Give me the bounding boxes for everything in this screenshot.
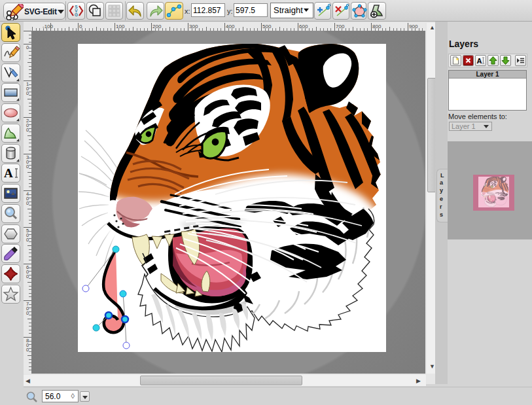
svg-text:A: A — [477, 57, 482, 65]
svg-text:G: G — [75, 12, 78, 17]
svg-text:A: A — [4, 166, 13, 180]
